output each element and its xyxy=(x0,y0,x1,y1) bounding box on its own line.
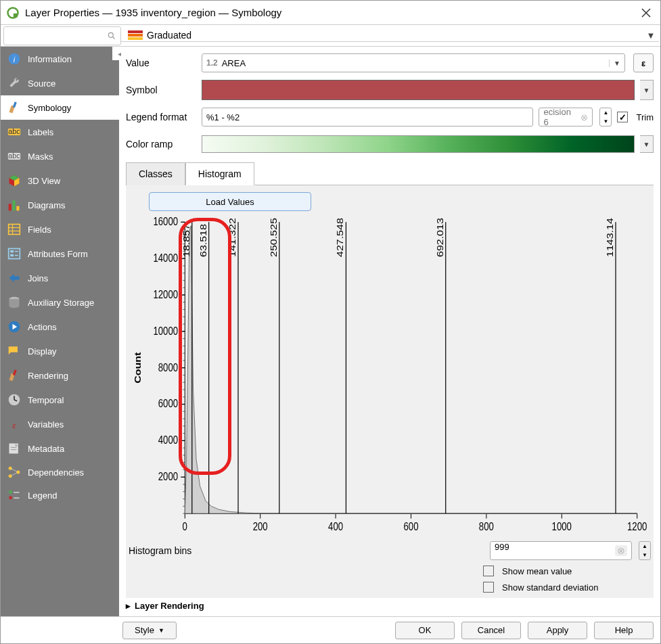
sidebar-item-source[interactable]: Source xyxy=(1,71,119,95)
sidebar-item-rendering[interactable]: Rendering xyxy=(1,363,119,388)
expression-button[interactable]: ε xyxy=(633,53,654,72)
svg-text:18.857: 18.857 xyxy=(181,224,191,257)
symbol-dropdown-button[interactable]: ▼ xyxy=(640,80,654,100)
sidebar-item-symbology[interactable]: Symbology xyxy=(1,95,119,120)
svg-point-36 xyxy=(9,467,12,470)
svg-text:6000: 6000 xyxy=(158,398,178,409)
spin-down-icon[interactable]: ▼ xyxy=(600,117,611,126)
svg-text:16000: 16000 xyxy=(153,216,178,227)
apply-button[interactable]: Apply xyxy=(528,622,587,639)
svg-text:0: 0 xyxy=(183,521,187,532)
bins-input[interactable]: 999 ⊗ xyxy=(490,541,632,560)
sidebar: ◂ i Information Source Symbology abc Lab… xyxy=(1,47,119,616)
sidebar-item-legend[interactable]: Legend xyxy=(1,484,119,507)
histogram-chart[interactable]: 2000400060008000100001200014000160000200… xyxy=(129,214,651,538)
sidebar-item-joins[interactable]: Joins xyxy=(1,266,119,290)
sidebar-item-label: Information xyxy=(28,54,72,64)
sidebar-item-label: Variables xyxy=(28,419,64,430)
sidebar-item-dependencies[interactable]: Dependencies xyxy=(1,461,119,484)
metadata-icon xyxy=(7,442,21,455)
svg-rect-22 xyxy=(10,250,14,252)
svg-rect-6 xyxy=(128,37,143,40)
storage-icon xyxy=(7,296,21,309)
bins-spinner[interactable]: ▲ ▼ xyxy=(639,541,651,560)
legend-icon xyxy=(7,488,21,502)
sidebar-search-input[interactable] xyxy=(3,26,121,45)
sidebar-item-labels[interactable]: abc Labels xyxy=(1,120,119,144)
show-mean-checkbox[interactable] xyxy=(483,566,494,576)
help-button[interactable]: Help xyxy=(594,622,654,639)
joins-icon xyxy=(7,271,21,285)
tab-histogram[interactable]: Histogram xyxy=(185,162,254,185)
dialog-window: Layer Properties — 1935 inventory_region… xyxy=(0,0,661,644)
sidebar-item-label: Actions xyxy=(28,322,57,332)
sidebar-item-auxiliary-storage[interactable]: Auxiliary Storage xyxy=(1,290,119,315)
labels-icon: abc xyxy=(7,125,21,139)
svg-text:400: 400 xyxy=(328,521,343,532)
precision-input[interactable]: ecision 6 ⊗ xyxy=(539,108,593,127)
renderer-combo[interactable]: Graduated ▼ xyxy=(121,29,659,42)
clear-icon[interactable]: ⊗ xyxy=(615,545,627,556)
svg-text:10000: 10000 xyxy=(153,325,178,337)
layer-rendering-toggle[interactable]: ▸ Layer Rendering xyxy=(126,598,654,614)
svg-rect-23 xyxy=(10,254,14,256)
svg-text:abc: abc xyxy=(8,152,20,160)
sidebar-item-label: Joins xyxy=(28,273,48,283)
sidebar-item-display[interactable]: Display xyxy=(1,339,119,363)
titlebar: Layer Properties — 1935 inventory_region… xyxy=(1,1,660,25)
svg-text:141.322: 141.322 xyxy=(227,218,237,257)
spin-down-icon[interactable]: ▼ xyxy=(639,551,650,559)
close-button[interactable] xyxy=(637,4,655,22)
value-combo[interactable]: 1.2 AREA ▼ xyxy=(202,53,625,72)
spin-up-icon[interactable]: ▲ xyxy=(639,542,650,551)
tab-classes[interactable]: Classes xyxy=(126,162,185,185)
search-and-renderer-row: Graduated ▼ xyxy=(1,25,660,47)
renderer-label: Graduated xyxy=(147,30,643,41)
sidebar-item-fields[interactable]: Fields xyxy=(1,217,119,242)
sidebar-item-label: 3D View xyxy=(28,176,60,186)
svg-rect-1 xyxy=(14,13,18,17)
color-ramp-dropdown-button[interactable]: ▼ xyxy=(640,135,654,153)
sidebar-item-label: Auxiliary Storage xyxy=(28,298,94,308)
precision-spinner[interactable]: ▲ ▼ xyxy=(599,108,612,127)
sidebar-item-temporal[interactable]: Temporal xyxy=(1,388,119,412)
sidebar-item-label: Labels xyxy=(28,127,53,137)
sidebar-item-information[interactable]: i Information xyxy=(1,47,119,71)
sidebar-item-label: Metadata xyxy=(28,444,64,454)
symbol-swatch[interactable] xyxy=(202,80,635,100)
masks-icon: abc xyxy=(7,150,21,163)
sidebar-collapse-handle[interactable]: ◂ xyxy=(112,47,126,60)
legend-format-input[interactable] xyxy=(202,108,533,127)
sidebar-item-variables[interactable]: ε Variables xyxy=(1,412,119,436)
color-ramp-swatch[interactable] xyxy=(202,135,635,153)
svg-rect-14 xyxy=(9,204,12,210)
expand-arrow-icon: ▸ xyxy=(126,601,131,611)
cancel-button[interactable]: Cancel xyxy=(461,622,521,639)
ok-button[interactable]: OK xyxy=(395,622,455,639)
dependencies-icon xyxy=(7,465,21,479)
numeric-field-icon: 1.2 xyxy=(206,58,218,68)
clear-icon[interactable]: ⊗ xyxy=(580,112,588,122)
load-values-button[interactable]: Load Values xyxy=(149,192,311,211)
sidebar-item-masks[interactable]: abc Masks xyxy=(1,144,119,168)
svg-text:2000: 2000 xyxy=(158,471,178,482)
color-ramp-label: Color ramp xyxy=(126,139,196,150)
main-panel: Value 1.2 AREA ▼ ε Symbol ▼ Legend forma… xyxy=(119,47,660,616)
svg-text:800: 800 xyxy=(479,521,494,532)
fields-icon xyxy=(7,223,21,236)
wrench-icon xyxy=(7,76,21,90)
sidebar-item-label: Diagrams xyxy=(28,200,66,210)
sidebar-item-actions[interactable]: Actions xyxy=(1,315,119,339)
sidebar-item-3dview[interactable]: 3D View xyxy=(1,168,119,193)
variables-icon: ε xyxy=(7,417,21,431)
sidebar-item-attributes-form[interactable]: Attributes Form xyxy=(1,242,119,266)
trim-checkbox[interactable]: ✓ xyxy=(617,112,628,122)
spin-up-icon[interactable]: ▲ xyxy=(600,108,611,117)
show-stddev-label: Show standard deviation xyxy=(502,582,598,593)
show-stddev-checkbox[interactable] xyxy=(483,582,494,593)
svg-rect-15 xyxy=(13,200,16,210)
sidebar-item-metadata[interactable]: Metadata xyxy=(1,436,119,461)
sidebar-item-label: Rendering xyxy=(28,371,68,381)
sidebar-item-diagrams[interactable]: Diagrams xyxy=(1,193,119,217)
style-menu-button[interactable]: Style ▼ xyxy=(122,622,177,639)
